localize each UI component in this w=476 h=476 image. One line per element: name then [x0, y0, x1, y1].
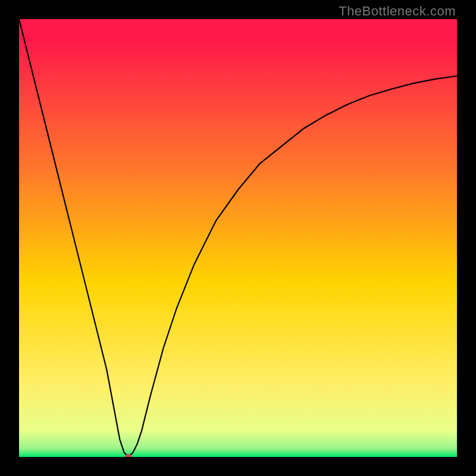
- chart-frame: TheBottleneck.com: [0, 0, 476, 476]
- watermark-text: TheBottleneck.com: [339, 4, 456, 19]
- gradient-background: [19, 19, 457, 457]
- plot-area: [19, 19, 457, 457]
- chart-canvas: [19, 19, 457, 457]
